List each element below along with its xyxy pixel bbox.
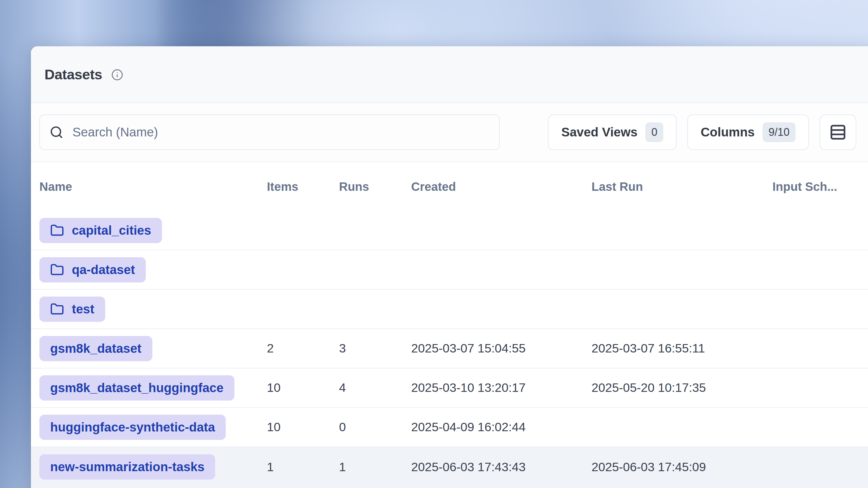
- table-row[interactable]: capital_cities: [31, 211, 868, 250]
- last-run-cell: 2025-05-20 10:17:35: [591, 381, 772, 395]
- name-cell: huggingface-synthetic-data: [39, 415, 267, 440]
- saved-views-button[interactable]: Saved Views 0: [548, 115, 677, 150]
- name-label: gsm8k_dataset: [50, 341, 142, 356]
- table-row[interactable]: test: [31, 290, 868, 329]
- created-cell: 2025-03-07 15:04:55: [411, 341, 591, 356]
- name-cell: gsm8k_dataset_huggingface: [39, 375, 267, 400]
- dataset-name-badge[interactable]: gsm8k_dataset: [39, 336, 152, 361]
- table-row[interactable]: qa-dataset: [31, 250, 868, 290]
- name-label: test: [72, 302, 94, 317]
- dataset-name-badge[interactable]: gsm8k_dataset_huggingface: [39, 375, 235, 400]
- items-cell: 2: [267, 341, 339, 356]
- toolbar: Saved Views 0 Columns 9/10: [31, 103, 868, 162]
- runs-cell: 1: [339, 460, 411, 474]
- runs-cell: 3: [339, 341, 411, 356]
- folder-icon: [50, 302, 64, 316]
- table-row[interactable]: huggingface-synthetic-data1002025-04-09 …: [31, 408, 868, 447]
- datasets-panel: Datasets Saved Views 0 Columns 9/10: [31, 46, 868, 488]
- table-header-row: Name Items Runs Created Last Run Input S…: [31, 162, 868, 211]
- table-row[interactable]: gsm8k_dataset_huggingface1042025-03-10 1…: [31, 368, 868, 408]
- name-label: huggingface-synthetic-data: [50, 420, 215, 434]
- name-label: qa-dataset: [72, 263, 135, 277]
- folder-name-badge[interactable]: test: [39, 297, 105, 322]
- table-row[interactable]: gsm8k_dataset232025-03-07 15:04:552025-0…: [31, 329, 868, 368]
- info-icon[interactable]: [111, 69, 123, 81]
- page-header: Datasets: [31, 46, 868, 103]
- last-run-cell: 2025-06-03 17:45:09: [591, 460, 772, 474]
- folder-icon: [50, 263, 64, 277]
- name-label: new-summarization-tasks: [50, 460, 205, 474]
- folder-name-badge[interactable]: capital_cities: [39, 218, 162, 243]
- table-row[interactable]: new-summarization-tasks112025-06-03 17:4…: [31, 447, 868, 488]
- saved-views-count: 0: [645, 122, 663, 142]
- columns-button[interactable]: Columns 9/10: [687, 115, 809, 150]
- items-cell: 10: [267, 420, 339, 434]
- table-rows-icon: [829, 124, 847, 141]
- column-header-created: Created: [411, 180, 591, 194]
- folder-icon: [50, 224, 64, 237]
- name-cell: capital_cities: [39, 218, 267, 243]
- name-label: gsm8k_dataset_huggingface: [50, 381, 224, 395]
- row-height-button[interactable]: [819, 115, 856, 150]
- search-input[interactable]: [72, 125, 490, 139]
- name-cell: test: [39, 297, 267, 322]
- created-cell: 2025-04-09 16:02:44: [411, 420, 591, 434]
- name-label: capital_cities: [72, 223, 151, 238]
- column-header-input-schema: Input Sch...: [772, 180, 868, 194]
- items-cell: 1: [267, 460, 339, 474]
- created-cell: 2025-06-03 17:43:43: [411, 460, 591, 474]
- last-run-cell: 2025-03-07 16:55:11: [591, 341, 772, 356]
- name-cell: qa-dataset: [39, 257, 267, 283]
- items-cell: 10: [267, 381, 339, 395]
- column-header-last-run: Last Run: [591, 180, 772, 194]
- column-header-runs: Runs: [339, 180, 411, 194]
- name-cell: new-summarization-tasks: [39, 454, 267, 480]
- name-cell: gsm8k_dataset: [39, 336, 267, 361]
- created-cell: 2025-03-10 13:20:17: [411, 381, 591, 395]
- dataset-name-badge[interactable]: new-summarization-tasks: [39, 454, 215, 480]
- search-icon: [50, 125, 63, 139]
- column-header-name: Name: [39, 180, 267, 194]
- page-title: Datasets: [44, 66, 102, 83]
- table-body: capital_citiesqa-datasettestgsm8k_datase…: [31, 211, 868, 488]
- runs-cell: 4: [339, 381, 411, 395]
- saved-views-label: Saved Views: [561, 125, 638, 139]
- columns-label: Columns: [701, 125, 755, 139]
- dataset-name-badge[interactable]: huggingface-synthetic-data: [39, 415, 226, 440]
- runs-cell: 0: [339, 420, 411, 434]
- search-box[interactable]: [39, 115, 500, 150]
- folder-name-badge[interactable]: qa-dataset: [39, 257, 146, 283]
- columns-count: 9/10: [763, 122, 796, 142]
- column-header-items: Items: [267, 180, 339, 194]
